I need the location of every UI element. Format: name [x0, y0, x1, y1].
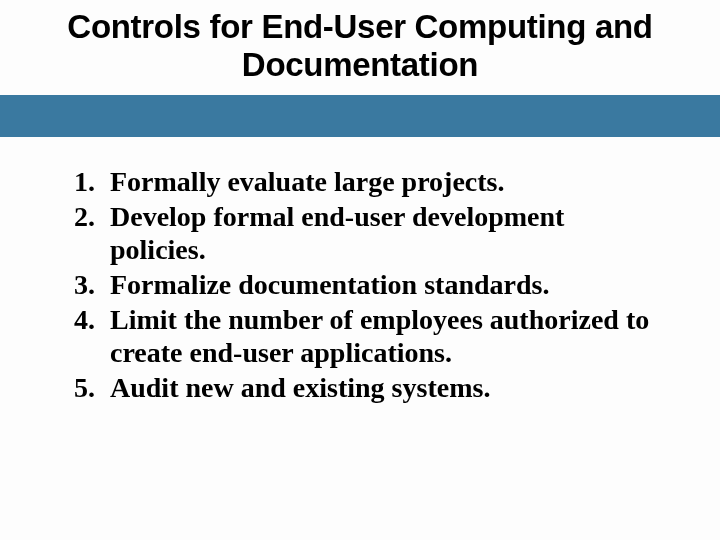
list-item: Limit the number of employees authorized…: [50, 303, 650, 369]
list-item: Develop formal end-user development poli…: [50, 200, 650, 266]
numbered-list: Formally evaluate large projects. Develo…: [50, 165, 650, 404]
list-item: Audit new and existing systems.: [50, 371, 650, 404]
accent-bar: [0, 95, 720, 137]
list-item: Formally evaluate large projects.: [50, 165, 650, 198]
slide-title: Controls for End-User Computing and Docu…: [0, 0, 720, 84]
slide: Controls for End-User Computing and Docu…: [0, 0, 720, 540]
list-container: Formally evaluate large projects. Develo…: [50, 165, 650, 406]
list-item: Formalize documentation standards.: [50, 268, 650, 301]
